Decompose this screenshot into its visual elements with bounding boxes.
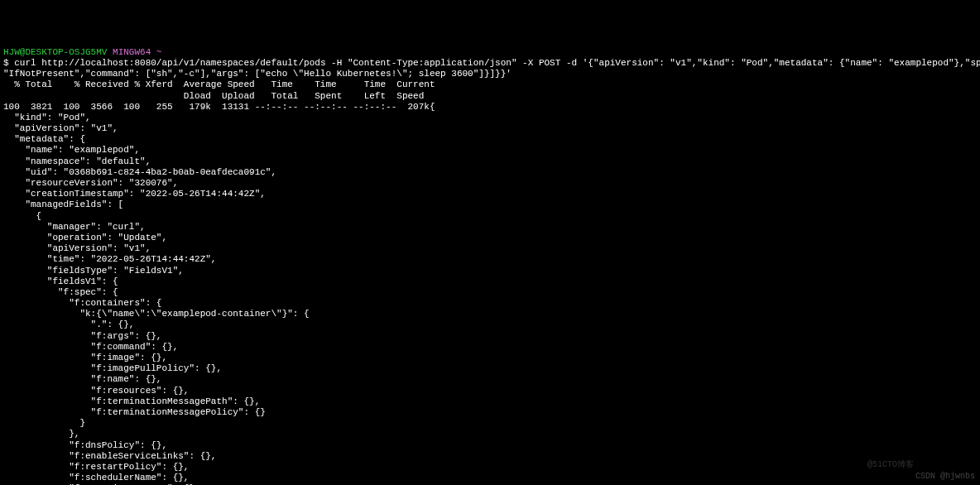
command-line-2[interactable]: "IfNotPresent","command": ["sh","-c"],"a… <box>3 69 512 79</box>
transfer-header-2: Dload Upload Total Spent Left Speed <box>3 91 424 101</box>
prompt-shell: MINGW64 <box>113 47 151 57</box>
command-line-1[interactable]: curl http://localhost:8080/api/v1/namesp… <box>14 58 980 68</box>
watermark-51cto: @51CTO博客 <box>867 460 914 470</box>
watermark-csdn: CSDN @hjwnbs <box>915 472 975 482</box>
transfer-header-1: % Total % Received % Xferd Average Speed… <box>3 79 435 89</box>
transfer-row: 100 3821 100 3566 100 255 179k 13131 --:… <box>3 102 435 112</box>
prompt-line: HJW@DESKTOP-OSJG5MV MINGW64 ~ <box>3 47 161 57</box>
prompt-user-host: HJW@DESKTOP-OSJG5MV <box>3 47 107 57</box>
prompt-path: ~ <box>156 47 162 57</box>
prompt-symbol: $ <box>3 58 9 68</box>
response-json-block: "kind": "Pod", "apiVersion": "v1", "meta… <box>3 113 977 485</box>
